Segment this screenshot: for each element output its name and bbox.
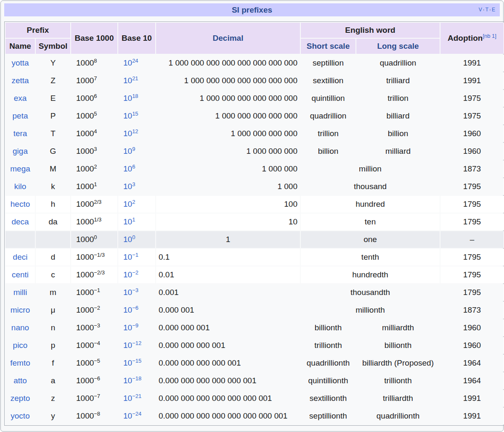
prefix-name-link[interactable]: milli xyxy=(13,288,27,297)
prefix-name-link[interactable]: hecto xyxy=(11,200,30,208)
adoption-cell: 1960 xyxy=(440,125,504,142)
base-10-link[interactable]: 10−21 xyxy=(123,394,141,403)
prefix-name-link[interactable]: zepto xyxy=(11,394,30,403)
symbol-cell: d xyxy=(36,249,70,266)
prefix-name-link[interactable]: giga xyxy=(13,147,28,155)
prefix-name-link[interactable]: kilo xyxy=(14,182,27,191)
base-10-link[interactable]: 10−3 xyxy=(123,288,138,297)
symbol-cell: Z xyxy=(36,72,70,89)
decimal-cell: 0.001 xyxy=(156,284,300,301)
table-row: gigaG100031091 000 000 000billionmilliar… xyxy=(5,143,504,160)
prefix-name-cell: deca xyxy=(5,213,35,230)
base-10-link[interactable]: 101 xyxy=(123,217,135,226)
english-word-cell: million xyxy=(301,161,440,177)
symbol-cell: n xyxy=(36,319,70,336)
long-scale-cell: milliardth xyxy=(356,319,440,336)
short-scale-link[interactable]: Short scale xyxy=(307,42,350,50)
adoption-cell: 1795 xyxy=(440,178,504,195)
base-1000-cell: 10003 xyxy=(71,143,117,160)
base-10-link[interactable]: 109 xyxy=(123,147,135,155)
prefix-name-cell: exa xyxy=(5,90,35,107)
adoption-cell: 1975 xyxy=(440,108,504,124)
prefix-name-link[interactable]: centi xyxy=(12,270,29,279)
base-10-link[interactable]: 103 xyxy=(123,182,135,191)
base-10-link[interactable]: 1015 xyxy=(123,111,138,120)
header-prefix: Prefix xyxy=(5,23,70,38)
table-row: yottaY1000810241 000 000 000 000 000 000… xyxy=(5,55,504,71)
view-link[interactable]: V xyxy=(479,7,483,13)
base-1000-cell: 1000−4 xyxy=(71,337,117,354)
prefix-name-link[interactable]: exa xyxy=(14,94,27,103)
prefix-name-link[interactable]: nano xyxy=(11,323,29,332)
prefix-name-link[interactable]: tera xyxy=(13,129,27,138)
short-scale-cell: billionth xyxy=(301,319,355,336)
adoption-cell: 1991 xyxy=(440,390,504,407)
table-row: attoa1000−610−180.000 000 000 000 000 00… xyxy=(5,372,504,389)
base-10-link[interactable]: 10−1 xyxy=(123,253,138,261)
prefix-name-link[interactable]: peta xyxy=(13,111,28,120)
prefix-name-link[interactable]: mega xyxy=(10,164,30,173)
base-10-link[interactable]: 10−9 xyxy=(123,323,138,332)
edit-link[interactable]: E xyxy=(492,7,496,13)
prefix-name-link[interactable]: deci xyxy=(13,253,28,261)
prefix-name-cell xyxy=(5,231,35,248)
prefix-name-cell: giga xyxy=(5,143,35,160)
long-scale-link[interactable]: Long scale xyxy=(377,42,419,50)
decimal-cell: 1 000 000 xyxy=(156,161,300,177)
decimal-cell: 0.000 000 000 000 000 001 xyxy=(156,372,300,389)
base-10-link[interactable]: 106 xyxy=(123,164,135,173)
table-row: 100001001one– xyxy=(5,231,504,248)
long-scale-cell: billiardth (Proposed) xyxy=(356,355,440,371)
prefix-name-link[interactable]: micro xyxy=(11,306,30,314)
table-row: megaM100021061 000 000million1873 xyxy=(5,161,504,177)
symbol-cell: p xyxy=(36,337,70,354)
symbol-cell: Y xyxy=(36,55,70,71)
base-10-link[interactable]: 10−12 xyxy=(123,341,141,350)
base-10-cell: 102 xyxy=(118,196,155,213)
short-scale-cell: quadrillionth xyxy=(301,355,355,371)
table-row: zettaZ1000710211 000 000 000 000 000 000… xyxy=(5,72,504,89)
base-10-link[interactable]: 1012 xyxy=(123,129,138,138)
base-10-cell: 101 xyxy=(118,213,155,230)
talk-link[interactable]: T xyxy=(485,7,489,13)
base-10-link[interactable]: 10−18 xyxy=(123,376,141,385)
prefix-name-cell: centi xyxy=(5,266,35,283)
prefix-name-cell: pico xyxy=(5,337,35,354)
prefix-name-link[interactable]: atto xyxy=(13,376,27,385)
base-10-cell: 10−15 xyxy=(118,355,155,371)
base-10-link[interactable]: 10−15 xyxy=(123,358,141,367)
base-10-link[interactable]: 10−2 xyxy=(123,270,138,279)
short-scale-cell: sextillion xyxy=(301,72,355,89)
navbox-title-link[interactable]: SI prefixes xyxy=(232,5,272,14)
adoption-cell: 1795 xyxy=(440,266,504,283)
long-scale-cell: billionth xyxy=(356,337,440,354)
english-word-cell: tenth xyxy=(301,249,440,266)
prefix-name-link[interactable]: zetta xyxy=(11,76,29,85)
prefix-name-link[interactable]: pico xyxy=(13,341,28,350)
prefix-name-link[interactable]: deca xyxy=(11,217,29,226)
adoption-cell: 1960 xyxy=(440,337,504,354)
decimal-cell: 0.000 000 000 000 000 000 000 001 xyxy=(156,408,300,424)
footnote-link[interactable]: [nb 1] xyxy=(483,33,496,39)
base-10-link[interactable]: 100 xyxy=(123,235,135,244)
table-row: petaP1000510151 000 000 000 000 000quadr… xyxy=(5,108,504,124)
base-10-cell: 10−9 xyxy=(118,319,155,336)
base-10-link[interactable]: 10−6 xyxy=(123,306,138,314)
prefix-name-link[interactable]: yocto xyxy=(11,411,29,420)
base-10-link[interactable]: 1021 xyxy=(123,76,138,85)
base-10-link[interactable]: 1018 xyxy=(123,94,138,103)
prefix-name-link[interactable]: yotta xyxy=(11,58,29,67)
decimal-link[interactable]: Decimal xyxy=(213,34,244,42)
decimal-cell: 0.000 000 000 000 000 000 001 xyxy=(156,390,300,407)
symbol-cell: z xyxy=(36,390,70,407)
base-10-link[interactable]: 10−24 xyxy=(123,411,141,420)
navbox-titlebar: SI prefixes V·T·E xyxy=(4,3,500,16)
adoption-cell: 1960 xyxy=(440,319,504,336)
base-1000-cell: 1000−3 xyxy=(71,319,117,336)
long-scale-cell: trillion xyxy=(356,90,440,107)
decimal-cell: 1 xyxy=(156,231,300,248)
base-10-cell: 10−12 xyxy=(118,337,155,354)
prefix-name-link[interactable]: femto xyxy=(10,358,30,367)
base-10-link[interactable]: 1024 xyxy=(123,58,138,67)
base-10-link[interactable]: 102 xyxy=(123,200,135,208)
